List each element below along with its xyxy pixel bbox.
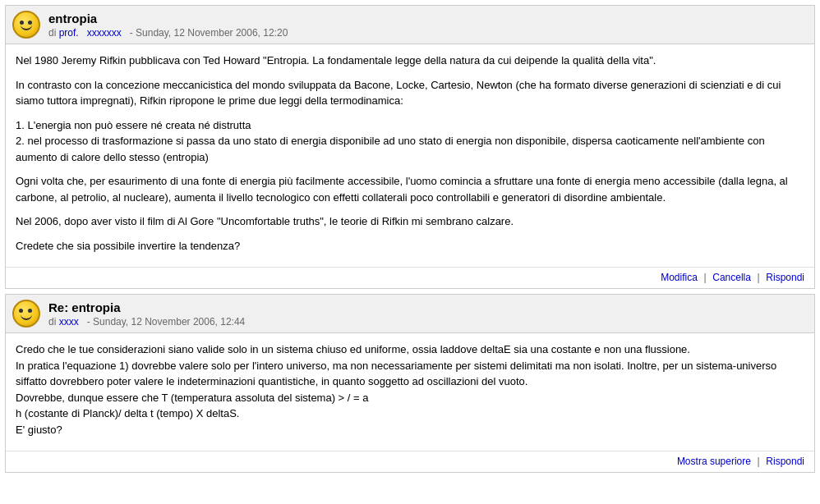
post-2-mostra-link[interactable]: Mostra superiore [677,456,751,467]
post-2-body: Credo che le tue considerazioni siano va… [6,333,814,446]
post-1-body: Nel 1980 Jeremy Rifkin pubblicava con Te… [6,44,814,262]
post-2-p1: Credo che le tue considerazioni siano va… [16,341,804,438]
post-1-meta: di prof. xxxxxxx - Sunday, 12 November 2… [48,27,288,39]
post-1-title: entropia [48,11,288,25]
post-1-rispondi-link[interactable]: Rispondi [766,272,804,283]
post-2-sep-1: | [758,456,760,467]
post-2-date: - Sunday, 12 November 2006, 12:44 [87,316,246,328]
post-1-p2: In contrasto con la concezione meccanici… [16,77,804,109]
post-1-modifica-link[interactable]: Modifica [661,272,698,283]
post-1-author-username[interactable]: xxxxxxx [87,27,122,39]
post-1-sep-2: | [758,272,760,283]
post-1-header-info: entropia di prof. xxxxxxx - Sunday, 12 N… [48,11,288,39]
post-2-author-link[interactable]: xxxx [59,316,79,328]
post-1-sep-1: | [703,272,706,283]
post-1-p6: Credete che sia possibile invertire la t… [16,238,804,254]
post-2-meta-prefix: di [48,316,56,328]
post-1-author-link[interactable]: prof. [59,27,79,39]
post-2-actions: Mostra superiore | Rispondi [6,451,814,472]
post-1-p3: 1. L'energia non può essere né creata né… [16,117,804,166]
post-2-title: Re: entropia [48,300,245,314]
avatar-1 [12,11,40,39]
post-2: Re: entropia di xxxx - Sunday, 12 Novemb… [5,294,815,473]
post-1: entropia di prof. xxxxxxx - Sunday, 12 N… [5,5,815,289]
post-1-actions: Modifica | Cancella | Rispondi [6,267,814,288]
post-2-header: Re: entropia di xxxx - Sunday, 12 Novemb… [6,295,814,333]
post-2-header-info: Re: entropia di xxxx - Sunday, 12 Novemb… [48,300,245,328]
avatar-2 [12,300,40,328]
post-2-rispondi-link[interactable]: Rispondi [766,456,804,467]
post-1-p1: Nel 1980 Jeremy Rifkin pubblicava con Te… [16,53,804,69]
post-1-cancella-link[interactable]: Cancella [712,272,751,283]
forum-container: entropia di prof. xxxxxxx - Sunday, 12 N… [0,5,820,473]
post-1-date: - Sunday, 12 November 2006, 12:20 [130,27,288,39]
post-1-p4: Ogni volta che, per esaurimento di una f… [16,173,804,205]
post-1-p5: Nel 2006, dopo aver visto il film di Al … [16,213,804,230]
post-1-meta-prefix: di [48,27,56,39]
post-1-header: entropia di prof. xxxxxxx - Sunday, 12 N… [6,6,814,44]
post-2-meta: di xxxx - Sunday, 12 November 2006, 12:4… [48,316,245,328]
